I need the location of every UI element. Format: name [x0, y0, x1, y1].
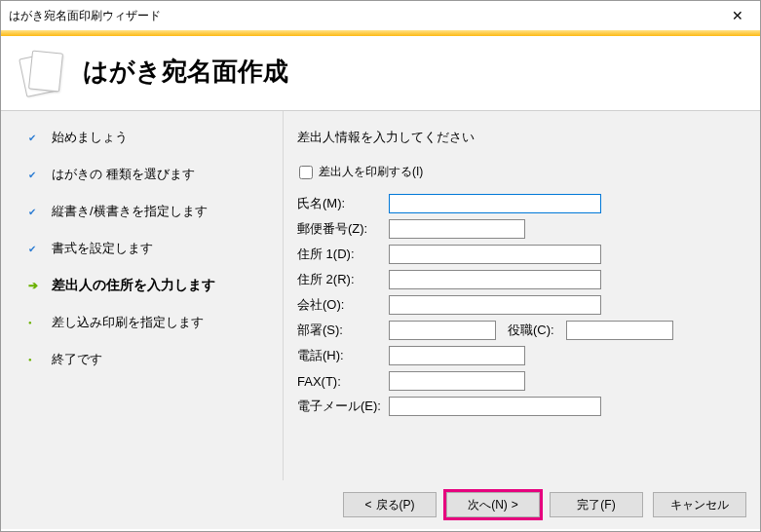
dept-role-row: 役職(C):	[389, 321, 746, 340]
zip-label: 郵便番号(Z):	[297, 220, 389, 238]
bullet-icon: ●	[28, 357, 42, 362]
step-label: 始めましょう	[52, 129, 128, 146]
step-item: ●差し込み印刷を指定します	[28, 314, 271, 331]
company-label: 会社(O):	[297, 296, 389, 314]
window-title: はがき宛名面印刷ウィザード	[9, 8, 161, 24]
tel-input[interactable]	[389, 346, 525, 365]
wizard-title: はがき宛名面作成	[83, 55, 288, 89]
zip-input[interactable]	[389, 219, 525, 239]
check-icon: ✔	[28, 244, 42, 254]
button-bar: < 戻る(P) 次へ(N) > 完了(F) キャンセル	[1, 480, 760, 529]
wizard-body: ✔始めましょう ✔はがきの 種類を選びます ✔縦書き/横書きを指定します ✔書式…	[1, 110, 760, 480]
close-button[interactable]: ✕	[715, 1, 760, 30]
check-icon: ✔	[28, 207, 42, 217]
email-input[interactable]	[389, 397, 601, 416]
finish-label: 完了(F)	[577, 497, 615, 513]
name-label: 氏名(M):	[297, 195, 389, 212]
fax-input[interactable]	[389, 371, 525, 391]
postcard-icon	[19, 50, 65, 93]
print-sender-checkbox[interactable]	[299, 166, 313, 179]
step-item: ✔はがきの 種類を選びます	[28, 166, 271, 183]
titlebar: はがき宛名面印刷ウィザード ✕	[1, 1, 760, 30]
bullet-icon: ●	[28, 320, 42, 325]
next-label: 次へ(N)	[468, 497, 508, 513]
step-label: 終了です	[52, 351, 102, 368]
back-label: 戻る(P)	[376, 497, 415, 513]
step-label: 書式を設定します	[52, 240, 153, 257]
step-item: ✔書式を設定します	[28, 240, 271, 257]
arrow-right-icon: ➔	[28, 279, 42, 292]
addr1-label: 住所 1(D):	[297, 246, 389, 263]
next-button[interactable]: 次へ(N) >	[446, 492, 540, 517]
wizard-header: はがき宛名面作成	[1, 36, 760, 110]
check-icon: ✔	[28, 170, 42, 180]
step-item-current: ➔差出人の住所を入力します	[28, 277, 271, 294]
fax-label: FAX(T):	[297, 374, 389, 389]
tel-label: 電話(H):	[297, 347, 389, 364]
dept-input[interactable]	[389, 321, 496, 340]
step-label: 差出人の住所を入力します	[52, 277, 215, 294]
addr2-input[interactable]	[389, 270, 601, 289]
addr1-input[interactable]	[389, 245, 601, 264]
addr2-label: 住所 2(R):	[297, 271, 389, 288]
dept-label: 部署(S):	[297, 322, 389, 339]
chevron-left-icon: <	[364, 498, 371, 512]
print-sender-label: 差出人を印刷する(I)	[319, 164, 423, 180]
email-label: 電子メール(E):	[297, 398, 389, 415]
step-label: はがきの 種類を選びます	[52, 166, 195, 183]
company-input[interactable]	[389, 295, 601, 315]
chevron-right-icon: >	[512, 498, 518, 512]
check-icon: ✔	[28, 133, 42, 143]
back-button[interactable]: < 戻る(P)	[343, 492, 437, 517]
print-sender-row: 差出人を印刷する(I)	[299, 164, 746, 180]
name-input[interactable]	[389, 194, 601, 213]
step-label: 縦書き/横書きを指定します	[52, 203, 208, 220]
finish-button[interactable]: 完了(F)	[550, 492, 643, 517]
role-input[interactable]	[566, 321, 673, 340]
role-label: 役職(C):	[508, 322, 554, 339]
cancel-label: キャンセル	[670, 497, 729, 513]
step-label: 差し込み印刷を指定します	[52, 314, 204, 331]
close-icon: ✕	[732, 8, 743, 23]
step-item: ✔縦書き/横書きを指定します	[28, 203, 271, 220]
form-grid: 氏名(M): 郵便番号(Z): 住所 1(D): 住所 2(R): 会社(O):…	[297, 194, 746, 416]
step-item: ✔始めましょう	[28, 129, 271, 146]
step-list: ✔始めましょう ✔はがきの 種類を選びます ✔縦書き/横書きを指定します ✔書式…	[1, 111, 284, 480]
cancel-button[interactable]: キャンセル	[653, 492, 746, 517]
form-title: 差出人情報を入力してください	[297, 129, 746, 146]
step-item: ●終了です	[28, 351, 271, 368]
form-panel: 差出人情報を入力してください 差出人を印刷する(I) 氏名(M): 郵便番号(Z…	[284, 111, 760, 480]
